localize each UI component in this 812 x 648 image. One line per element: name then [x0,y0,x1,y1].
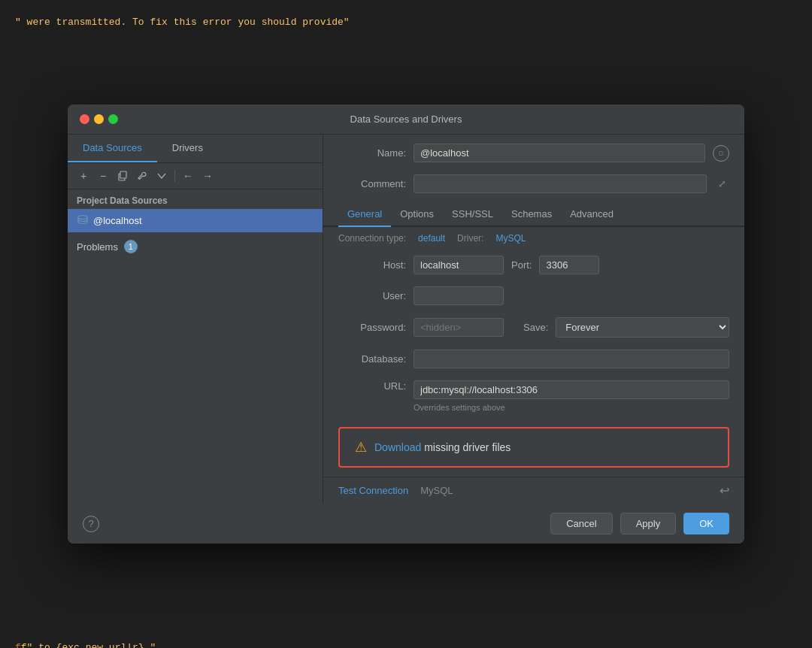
svg-rect-1 [120,171,126,178]
problems-section: Problems 1 [68,232,323,261]
save-label: Save: [523,322,548,333]
database-row: Database: [323,344,744,374]
datasource-name: @localhost [93,215,142,226]
url-hint: Overrides settings above [414,403,729,412]
name-label: Name: [338,147,406,159]
remove-button[interactable]: − [95,168,111,184]
driver-label: Driver: [457,233,483,244]
window-title: Data Sources and Drivers [80,114,732,125]
problems-label: Problems [77,241,118,253]
svg-point-2 [78,216,87,220]
password-input[interactable] [414,318,504,337]
refresh-button[interactable]: ↩ [720,483,729,498]
copy-button[interactable] [114,168,131,184]
database-label: Database: [338,353,406,365]
name-options-button[interactable]: ○ [713,145,729,162]
ok-button[interactable]: OK [683,513,729,534]
host-label: Host: [338,259,406,271]
comment-row: Comment: ⤢ [323,168,744,199]
footer: ? Cancel Apply OK [68,504,744,544]
toolbar: + − ← → [68,163,323,189]
modal-dialog: Data Sources and Drivers Data Sources Dr… [68,104,744,544]
connection-type-label: Connection type: [338,233,406,244]
move-button[interactable] [153,168,170,184]
modal-body: Data Sources Drivers + − [68,135,744,504]
tabs-bar: General Options SSH/SSL Schemas Advanced [323,202,744,227]
tab-schemas[interactable]: Schemas [502,202,561,227]
bottom-bar: Test Connection MySQL ↩ [323,477,744,504]
comment-input[interactable] [414,174,707,193]
modal-overlay: Data Sources and Drivers Data Sources Dr… [0,0,812,648]
database-input[interactable] [414,350,729,368]
section-label: Project Data Sources [68,189,323,209]
port-input[interactable] [539,256,599,274]
comment-label: Comment: [338,178,406,189]
download-warning: ⚠ Download missing driver files [338,427,729,468]
url-input[interactable] [414,380,729,399]
url-row: URL: Overrides settings above [338,380,729,412]
save-select[interactable]: Forever Session Never [556,317,729,338]
tab-drivers[interactable]: Drivers [157,135,218,162]
user-row: User: [323,280,744,311]
traffic-lights [80,114,118,124]
title-bar: Data Sources and Drivers [68,104,744,135]
connection-type-value[interactable]: default [418,233,445,244]
close-button[interactable] [80,114,89,124]
test-connection-link[interactable]: Test Connection [338,485,408,496]
tab-options[interactable]: Options [391,202,443,227]
cancel-button[interactable]: Cancel [550,513,612,534]
tab-advanced[interactable]: Advanced [561,202,623,227]
connection-info: Connection type: default Driver: MySQL [323,227,744,250]
forward-button[interactable]: → [199,168,216,184]
right-panel: Name: ○ Comment: ⤢ General Options SSH/S… [323,135,744,504]
back-button[interactable]: ← [180,168,196,184]
driver-value[interactable]: MySQL [495,233,526,244]
download-rest-text: missing driver files [421,441,511,453]
tab-ssh-ssl[interactable]: SSH/SSL [443,202,502,227]
toolbar-divider [174,170,175,182]
name-row: Name: ○ [323,135,744,168]
mysql-label: MySQL [420,485,453,496]
help-button[interactable]: ? [83,516,99,532]
datasource-item-localhost[interactable]: @localhost [68,209,323,232]
password-row: Password: Save: Forever Session Never [323,311,744,344]
user-input[interactable] [414,286,504,305]
expand-icon[interactable]: ⤢ [714,177,729,192]
port-label: Port: [511,259,532,271]
maximize-button[interactable] [108,114,118,124]
tab-general[interactable]: General [338,202,391,227]
host-port-row: Host: Port: [323,250,744,280]
add-button[interactable]: + [75,168,92,184]
apply-button[interactable]: Apply [620,513,677,534]
panel-tabs: Data Sources Drivers [68,135,323,163]
left-panel: Data Sources Drivers + − [68,135,323,504]
problems-badge: 1 [124,240,138,253]
host-input[interactable] [414,256,504,274]
warning-icon: ⚠ [355,439,367,456]
user-label: User: [338,290,406,301]
name-input[interactable] [414,144,705,162]
wrench-button[interactable] [134,168,150,184]
datasource-icon [77,213,89,228]
url-section: URL: Overrides settings above [323,374,744,418]
tab-data-sources[interactable]: Data Sources [68,135,157,162]
download-text: Download missing driver files [374,441,511,453]
minimize-button[interactable] [94,114,104,124]
password-label: Password: [338,322,406,333]
download-link[interactable]: Download [374,441,421,453]
url-label: URL: [338,380,406,392]
